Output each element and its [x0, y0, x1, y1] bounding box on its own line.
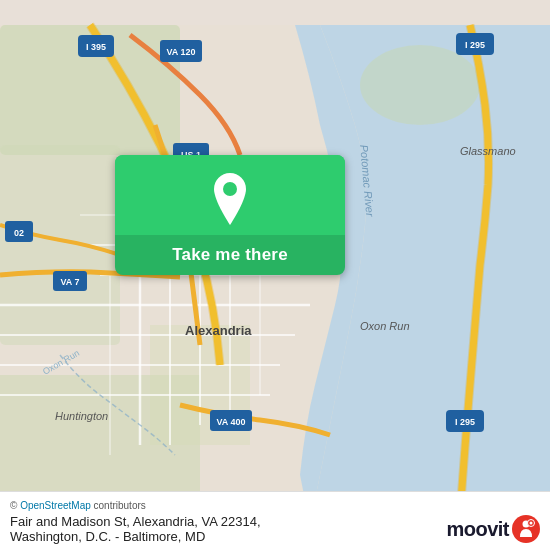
button-label-area: Take me there: [115, 235, 345, 275]
address-line2: Washington, D.C. - Baltimore, MD: [10, 529, 261, 544]
svg-point-45: [530, 522, 533, 525]
osm-attribution: © OpenStreetMap contributors: [10, 500, 146, 511]
svg-point-3: [360, 45, 480, 125]
svg-text:Alexandria: Alexandria: [185, 323, 252, 338]
svg-text:I 395: I 395: [86, 42, 106, 52]
svg-point-41: [223, 182, 237, 196]
svg-text:Glassmano: Glassmano: [460, 145, 516, 157]
svg-text:VA 120: VA 120: [166, 47, 195, 57]
moovit-icon: [512, 515, 540, 543]
svg-text:I 295: I 295: [465, 40, 485, 50]
moovit-text: moovit: [446, 518, 509, 541]
address-block: Fair and Madison St, Alexandria, VA 2231…: [10, 514, 261, 544]
svg-text:Oxon Run: Oxon Run: [360, 320, 410, 332]
moovit-logo: moovit: [446, 515, 540, 543]
take-me-there-button[interactable]: Take me there: [115, 155, 345, 275]
bottom-bar: © OpenStreetMap contributors Fair and Ma…: [0, 491, 550, 550]
take-me-there-label: Take me there: [172, 245, 288, 264]
svg-text:Huntington: Huntington: [55, 410, 108, 422]
button-icon-area: [115, 155, 345, 235]
map-background: I 395 I 295 I 295 VA 120 US 1 VA 7 VA 40…: [0, 0, 550, 550]
svg-text:02: 02: [14, 228, 24, 238]
map-container: I 395 I 295 I 295 VA 120 US 1 VA 7 VA 40…: [0, 0, 550, 550]
address-line1: Fair and Madison St, Alexandria, VA 2231…: [10, 514, 261, 529]
svg-text:VA 7: VA 7: [60, 277, 79, 287]
svg-text:VA 400: VA 400: [216, 417, 245, 427]
osm-link[interactable]: OpenStreetMap: [20, 500, 91, 511]
svg-text:I 295: I 295: [455, 417, 475, 427]
location-pin-icon: [208, 173, 252, 225]
